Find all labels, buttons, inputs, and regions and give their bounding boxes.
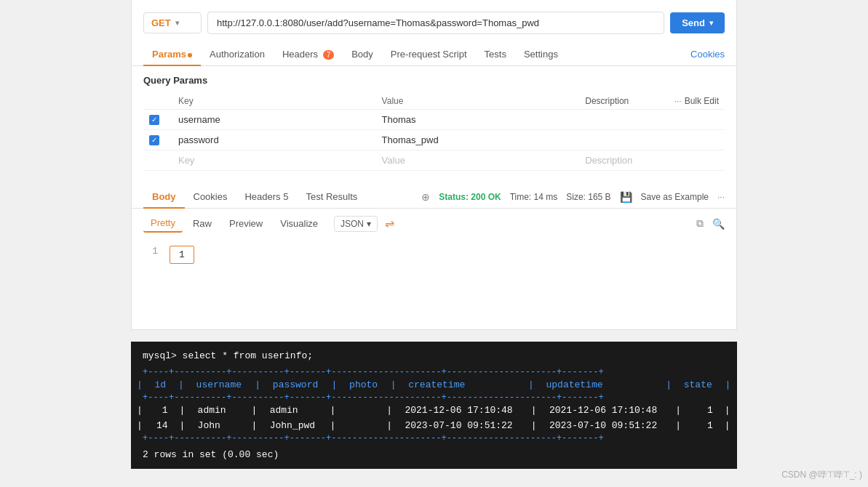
bulk-edit-label[interactable]: Bulk Edit bbox=[685, 96, 719, 106]
body-spacer bbox=[132, 271, 736, 329]
search-icon[interactable]: 🔍 bbox=[712, 218, 725, 230]
checkbox-1[interactable]: ✓ bbox=[149, 115, 159, 125]
response-tab-headers[interactable]: Headers 5 bbox=[236, 185, 297, 208]
json-body: 1 1 bbox=[132, 238, 736, 271]
param-check-2[interactable]: ✓ bbox=[143, 130, 172, 150]
param-desc-2[interactable] bbox=[579, 130, 725, 150]
param-value-1[interactable]: Thomas bbox=[376, 110, 580, 130]
param-desc-1[interactable] bbox=[579, 110, 725, 130]
send-button[interactable]: Send ▾ bbox=[670, 12, 725, 33]
col-id-header: id bbox=[149, 377, 173, 393]
cell-id-2: 14 bbox=[149, 418, 173, 433]
sep-5-2: | bbox=[525, 418, 544, 433]
col-createtime-header: createtime bbox=[402, 377, 522, 393]
send-chevron: ▾ bbox=[709, 19, 713, 27]
more-icon[interactable]: ··· bbox=[717, 192, 725, 202]
method-select[interactable]: GET ▾ bbox=[143, 12, 202, 33]
sep-7-2: | bbox=[719, 418, 737, 433]
tab-body[interactable]: Body bbox=[343, 43, 382, 65]
param-desc-3[interactable]: Description bbox=[579, 150, 725, 171]
status-ok: Status: 200 OK bbox=[439, 192, 501, 202]
response-tab-cookies[interactable]: Cookies bbox=[185, 185, 236, 208]
param-check-1[interactable]: ✓ bbox=[143, 110, 172, 130]
col-check-header bbox=[143, 93, 172, 110]
tab-tests[interactable]: Tests bbox=[476, 43, 515, 65]
param-key-2[interactable]: password bbox=[172, 130, 376, 150]
params-table: Key Value Description ··· Bulk Edit bbox=[143, 93, 725, 171]
sep-1-1: | bbox=[173, 403, 191, 418]
cell-username-1: admin bbox=[192, 403, 246, 418]
sep-4-1: | bbox=[381, 403, 399, 418]
postman-panel: GET ▾ Send ▾ Params Authorization Header… bbox=[131, 0, 737, 330]
json-type-chevron: ▾ bbox=[367, 219, 371, 229]
separator-mid: +----+----------+----------+-------+----… bbox=[131, 393, 737, 403]
param-desc-placeholder: Description bbox=[585, 155, 632, 166]
sep-6-1: | bbox=[669, 403, 688, 418]
tab-settings[interactable]: Settings bbox=[515, 43, 567, 65]
cell-id-1: 1 bbox=[149, 403, 173, 418]
param-key-text-1: username bbox=[178, 114, 220, 125]
desc-label: Description bbox=[585, 96, 629, 106]
view-tab-raw[interactable]: Raw bbox=[186, 215, 219, 232]
param-value-placeholder: Value bbox=[382, 155, 405, 166]
mysql-data-table: | 1 | admin | admin | | 2021-12-06 17:10… bbox=[131, 403, 737, 433]
separator-top: +----+----------+----------+-------+----… bbox=[131, 367, 737, 377]
col-password-header: password bbox=[267, 377, 326, 393]
param-value-text-2: Thomas_pwd bbox=[382, 134, 439, 145]
tab-params[interactable]: Params bbox=[143, 43, 201, 65]
response-tabs: Body Cookies Headers 5 Test Results ⊕ St… bbox=[132, 185, 736, 209]
save-example-label[interactable]: Save as Example bbox=[641, 192, 709, 202]
url-input[interactable] bbox=[207, 12, 664, 34]
view-tab-visualize[interactable]: Visualize bbox=[273, 215, 325, 232]
col-username-header: username bbox=[191, 377, 250, 393]
json-content-1: 1 bbox=[170, 246, 194, 264]
save-icon: 💾 bbox=[620, 191, 632, 203]
col-key-header: Key bbox=[172, 93, 376, 110]
cookies-link[interactable]: Cookies bbox=[690, 49, 725, 60]
cell-password-1: admin bbox=[264, 403, 324, 418]
bulk-edit-dots: ··· bbox=[674, 96, 682, 106]
query-params-title: Query Params bbox=[143, 75, 725, 86]
params-dot bbox=[188, 53, 192, 57]
wrap-icon[interactable]: ⇌ bbox=[385, 217, 394, 230]
separator-bottom: +----+----------+----------+-------+----… bbox=[131, 433, 737, 443]
request-tabs: Params Authorization Headers 7 Body Pre-… bbox=[132, 43, 736, 66]
sep-1-2: | bbox=[173, 418, 191, 433]
cell-createtime-1: 2021-12-06 17:10:48 bbox=[399, 403, 525, 418]
response-tab-body[interactable]: Body bbox=[143, 185, 185, 208]
sep-3-2: | bbox=[324, 418, 342, 433]
cell-photo-1 bbox=[343, 403, 381, 418]
headers-badge: 7 bbox=[323, 50, 335, 60]
query-params-section: Query Params Key Value Description ··· B… bbox=[132, 66, 736, 180]
json-type-select[interactable]: JSON ▾ bbox=[334, 216, 378, 232]
param-key-1[interactable]: username bbox=[172, 110, 376, 130]
view-tab-pretty[interactable]: Pretty bbox=[143, 214, 183, 233]
terminal-prompt: mysql> select * from userinfo; bbox=[131, 350, 737, 367]
mysql-header-row: | id | username | password | photo | cre… bbox=[131, 377, 737, 393]
page-wrapper: GET ▾ Send ▾ Params Authorization Header… bbox=[0, 0, 868, 487]
view-tab-preview[interactable]: Preview bbox=[222, 215, 270, 232]
col-value-header: Value bbox=[376, 93, 580, 110]
tab-pre-request[interactable]: Pre-request Script bbox=[382, 43, 476, 65]
param-key-3[interactable]: Key bbox=[172, 150, 376, 171]
sep-4-2: | bbox=[381, 418, 399, 433]
mysql-row-1: | 1 | admin | admin | | 2021-12-06 17:10… bbox=[131, 403, 737, 418]
sep-5-h: | bbox=[522, 377, 541, 393]
checkbox-2[interactable]: ✓ bbox=[149, 135, 159, 145]
param-value-2[interactable]: Thomas_pwd bbox=[376, 130, 580, 150]
mysql-table: | id | username | password | photo | cre… bbox=[131, 377, 737, 393]
param-row-2: ✓ password Thomas_pwd bbox=[143, 130, 725, 150]
sep-2-h: | bbox=[249, 377, 267, 393]
copy-icon[interactable]: ⧉ bbox=[696, 217, 704, 230]
col-state-header: state bbox=[678, 377, 720, 393]
param-check-3 bbox=[143, 150, 172, 171]
sep-7-1: | bbox=[719, 403, 737, 418]
tab-headers[interactable]: Headers 7 bbox=[274, 43, 343, 65]
col-desc-header: Description ··· Bulk Edit bbox=[579, 93, 725, 110]
tab-authorization[interactable]: Authorization bbox=[201, 43, 274, 65]
cell-updatetime-2: 2023-07-10 09:51:22 bbox=[544, 418, 669, 433]
param-value-3[interactable]: Value bbox=[376, 150, 580, 171]
response-tab-test-results[interactable]: Test Results bbox=[297, 185, 366, 208]
response-time: Time: 14 ms bbox=[510, 192, 558, 202]
method-chevron: ▾ bbox=[175, 19, 179, 27]
